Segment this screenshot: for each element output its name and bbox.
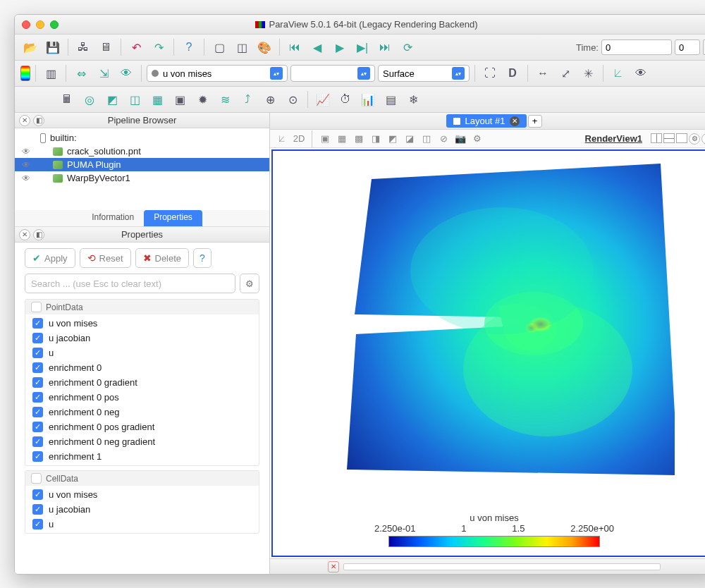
cancel-progress-button[interactable]: ✕: [328, 561, 339, 572]
property-checkbox-row[interactable]: ✓u jacobian: [25, 502, 259, 517]
loop-button[interactable]: ⟳: [398, 37, 417, 57]
pipeline-detach-button[interactable]: ◧: [33, 115, 44, 126]
properties-detach-button[interactable]: ◧: [33, 229, 44, 240]
layout-tab-1[interactable]: Layout #1 ✕: [446, 114, 526, 128]
adjust-camera-button[interactable]: ⚙: [471, 133, 484, 145]
last-frame-button[interactable]: ⏭: [375, 37, 395, 57]
plot-over-line-icon[interactable]: 📈: [313, 90, 333, 109]
property-checkbox-row[interactable]: ✓u jacobian: [25, 331, 259, 345]
add-layout-button[interactable]: +: [528, 115, 542, 128]
spreadsheet-icon[interactable]: ▤: [381, 90, 400, 109]
coloring-field-select[interactable]: u von mises ▴▾: [147, 65, 288, 82]
close-layout-icon[interactable]: ✕: [510, 116, 520, 126]
checkbox-icon[interactable]: ✓: [32, 318, 43, 329]
tab-information[interactable]: Information: [82, 210, 144, 226]
histogram-icon[interactable]: 📊: [358, 90, 378, 109]
close-window-button[interactable]: [22, 20, 30, 29]
checkbox-icon[interactable]: ✓: [32, 392, 43, 403]
delete-button[interactable]: ✖Delete: [135, 248, 190, 268]
axis-y-button[interactable]: ⤢: [556, 63, 575, 83]
property-checkbox-row[interactable]: ✓enrichment 1: [25, 449, 259, 464]
property-checkbox-row[interactable]: ✓u von mises: [25, 316, 259, 331]
pipeline-item[interactable]: 👁PUMA Plugin: [15, 158, 269, 171]
box-button[interactable]: ▢: [209, 37, 229, 57]
property-checkbox-row[interactable]: ✓u: [25, 345, 259, 360]
time-step-input[interactable]: [675, 39, 700, 55]
checkbox-icon[interactable]: ✓: [32, 407, 43, 417]
disconnect-button[interactable]: 🖥: [96, 37, 116, 57]
hover-points-button[interactable]: ◪: [403, 133, 416, 145]
close-view-button[interactable]: ✕: [701, 133, 705, 145]
camera-2d-button[interactable]: 2D: [293, 133, 305, 145]
property-checkbox-row[interactable]: ✓u: [25, 517, 259, 532]
advanced-toggle-button[interactable]: ⚙: [240, 274, 259, 293]
select-frustum-button[interactable]: ▩: [352, 133, 365, 145]
group-filter-icon[interactable]: ⊕: [260, 90, 280, 109]
redo-button[interactable]: ↷: [149, 37, 168, 57]
axes-grid-button[interactable]: ⟀: [608, 63, 628, 83]
visibility-eye-icon[interactable]: 👁: [22, 173, 32, 183]
representation-select[interactable]: Surface ▴▾: [378, 65, 470, 82]
camera-button[interactable]: 📷: [454, 133, 467, 145]
property-checkbox-row[interactable]: ✓enrichment 0 pos gradient: [25, 419, 259, 434]
checkbox-icon[interactable]: ✓: [32, 504, 43, 515]
checkbox-icon[interactable]: ✓: [32, 519, 43, 529]
group-header[interactable]: CellData: [25, 471, 259, 486]
checkbox-icon[interactable]: ✓: [32, 451, 43, 462]
checkbox-icon[interactable]: ✓: [32, 333, 43, 343]
properties-search-input[interactable]: [25, 274, 235, 293]
render-view[interactable]: u von mises 2.250e-0111.52.250e+00: [271, 149, 705, 557]
pipeline-item[interactable]: 👁crack_solution.pnt: [15, 145, 269, 158]
threshold-filter-icon[interactable]: ▦: [147, 90, 167, 109]
color-legend-toggle[interactable]: [20, 66, 30, 81]
maximize-window-button[interactable]: [50, 20, 59, 29]
rescale-visible-button[interactable]: 👁: [116, 63, 136, 83]
first-frame-button[interactable]: ⏮: [285, 37, 305, 57]
hover-cells-button[interactable]: ◫: [420, 133, 433, 145]
apply-button[interactable]: ✔Apply: [25, 248, 75, 268]
pipeline-tree[interactable]: builtin:👁crack_solution.pnt👁PUMA Plugin👁…: [15, 128, 269, 210]
visibility-eye-icon[interactable]: 👁: [22, 160, 32, 170]
undo-button[interactable]: ↶: [126, 37, 146, 57]
zoom-to-data-button[interactable]: D: [503, 63, 522, 83]
extract-selection-icon[interactable]: ⊙: [283, 90, 302, 109]
camera-3d-button[interactable]: ⟀: [276, 133, 288, 145]
select-cells-button[interactable]: ▦: [336, 133, 348, 145]
property-checkbox-row[interactable]: ✓enrichment 0 pos: [25, 390, 259, 405]
select-points-button[interactable]: ▣: [319, 133, 331, 145]
deselect-button[interactable]: ⊘: [437, 133, 450, 145]
probe-icon[interactable]: ⏱: [336, 90, 355, 109]
calculator-filter-icon[interactable]: 🖩: [57, 90, 77, 109]
view-settings-button[interactable]: ⚙: [689, 133, 700, 145]
visibility-eye-icon[interactable]: 👁: [22, 147, 32, 157]
properties-close-button[interactable]: ✕: [19, 229, 30, 240]
component-select[interactable]: ▴▾: [290, 65, 375, 82]
axis-x-button[interactable]: ↔: [533, 63, 553, 83]
play-button[interactable]: ▶: [330, 37, 350, 57]
group-checkbox[interactable]: [31, 302, 42, 312]
help-button[interactable]: ?: [179, 37, 199, 57]
checkbox-icon[interactable]: ✓: [32, 489, 43, 500]
open-file-button[interactable]: 📂: [20, 37, 40, 57]
property-checkbox-row[interactable]: ✓enrichment 0 gradient: [25, 375, 259, 390]
extract-filter-icon[interactable]: ▣: [170, 90, 190, 109]
checkbox-icon[interactable]: ✓: [32, 377, 43, 388]
group-checkbox[interactable]: [31, 473, 42, 484]
pipeline-item[interactable]: builtin:: [15, 131, 269, 145]
group-header[interactable]: PointData: [25, 300, 259, 314]
maximize-view-button[interactable]: [676, 133, 687, 143]
tab-properties[interactable]: Properties: [144, 210, 202, 226]
time-value-input[interactable]: [601, 39, 672, 55]
center-axis-button[interactable]: 👁: [631, 63, 651, 83]
contour-filter-icon[interactable]: ◎: [80, 90, 99, 109]
split-vertical-button[interactable]: [663, 133, 675, 143]
prev-frame-button[interactable]: ◀: [307, 37, 327, 57]
property-checkbox-row[interactable]: ✓enrichment 0: [25, 360, 259, 375]
pipeline-close-button[interactable]: ✕: [19, 115, 30, 126]
checkbox-icon[interactable]: ✓: [32, 422, 43, 432]
slice-filter-icon[interactable]: ◫: [125, 90, 145, 109]
connect-button[interactable]: 🖧: [73, 37, 93, 57]
checkbox-icon[interactable]: ✓: [32, 362, 43, 373]
properties-help-button[interactable]: ?: [193, 248, 212, 268]
temporal-icon[interactable]: ❄: [403, 90, 423, 109]
